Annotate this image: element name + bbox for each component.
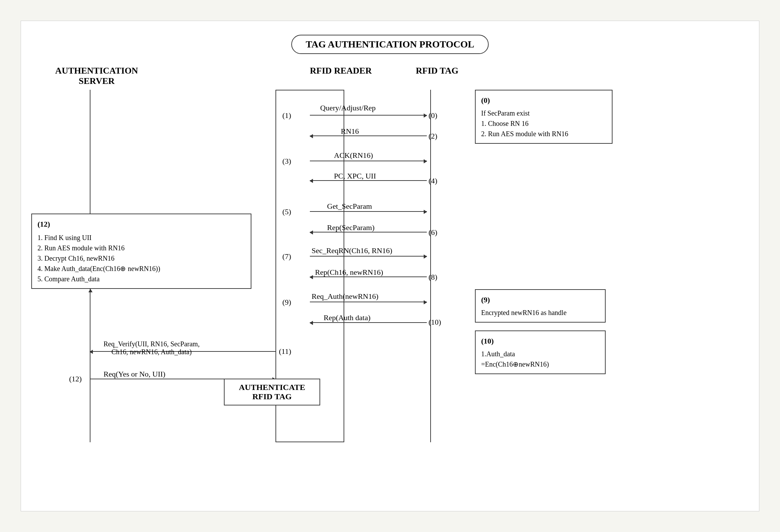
- step-1: (1): [282, 111, 291, 120]
- title-box: TAG AUTHENTICATION PROTOCOL: [291, 35, 489, 54]
- arrow-9: [310, 302, 427, 302]
- rfid-reader-header: RFID READER: [303, 66, 379, 76]
- step-6: (6): [429, 228, 437, 237]
- info-box-10: (10) 1.Auth_data =Enc(Ch16⊕newRN16): [475, 330, 606, 374]
- label-10: Rep(Auth data): [324, 313, 370, 322]
- label-8: Rep(Ch16, newRN16): [315, 268, 383, 277]
- info-box-12-line4: 4. Make Auth_data(Enc(Ch16⊕ newRN16)): [37, 263, 245, 274]
- rfid-tag-lifeline: [430, 90, 431, 442]
- info-box-12-line1: 1. Find K using UII: [37, 232, 245, 243]
- label-7: Sec_ReqRN(Ch16, RN16): [312, 246, 392, 255]
- step-12-left: (12): [69, 374, 82, 383]
- info-box-0-step: (0): [481, 95, 606, 106]
- info-box-10-line1: 1.Auth_data: [481, 349, 599, 359]
- info-box-0-line1: If SecParam exist: [481, 108, 606, 118]
- info-box-0-line3: 2. Run AES module with RN16: [481, 129, 606, 139]
- info-box-10-step: (10): [481, 335, 599, 347]
- label-3: ACK(RN16): [334, 151, 373, 160]
- info-box-9-step: (9): [481, 294, 599, 305]
- arrow-7: [310, 256, 427, 257]
- step-4: (4): [429, 176, 437, 185]
- label-1: Query/Adjust/Rep: [320, 104, 376, 112]
- authenticate-line2: RFID TAG: [230, 392, 314, 401]
- step-3: (3): [282, 157, 291, 166]
- step-8: (8): [429, 273, 437, 282]
- label-2: RN16: [341, 127, 359, 136]
- diagram-inner: TAG AUTHENTICATION PROTOCOL AUTHENTICATI…: [21, 21, 759, 511]
- auth-server-header: AUTHENTICATION SERVER: [48, 66, 145, 86]
- label-req-yes-no: Req(Yes or No, UII): [104, 370, 165, 379]
- step-7: (7): [282, 252, 291, 261]
- auth-server-vertical-up: [90, 289, 90, 351]
- info-box-12-line3: 3. Decrypt Ch16, newRN16: [37, 253, 245, 263]
- label-req-verify: Req_Verify(UII, RN16, SecParam, Ch16, ne…: [104, 340, 199, 356]
- info-box-9-line1: Encrypted newRN16 as handle: [481, 307, 599, 318]
- info-box-12-step: (12): [37, 218, 245, 230]
- arrow-1: [310, 115, 427, 116]
- step-10-right: (10): [429, 318, 441, 327]
- info-box-12: (12) 1. Find K using UII 2. Run AES modu…: [31, 214, 251, 289]
- info-box-0: (0) If SecParam exist 1. Choose RN 16 2.…: [475, 90, 613, 144]
- step-5: (5): [282, 207, 291, 216]
- arrow-5: [310, 211, 427, 212]
- step-2: (2): [429, 132, 437, 141]
- info-box-12-line2: 2. Run AES module with RN16: [37, 243, 245, 253]
- authenticate-line1: AUTHENTICATE: [230, 383, 314, 392]
- arrow-3: [310, 161, 427, 161]
- step-9: (9): [282, 298, 291, 307]
- info-box-10-line2: =Enc(Ch16⊕newRN16): [481, 359, 599, 369]
- info-box-9: (9) Encrypted newRN16 as handle: [475, 289, 606, 323]
- diagram-container: TAG AUTHENTICATION PROTOCOL AUTHENTICATI…: [21, 21, 759, 511]
- rfid-tag-header: RFID TAG: [403, 66, 472, 76]
- arrow-10: [310, 322, 427, 323]
- label-4: PC, XPC, UII: [334, 172, 376, 181]
- step-11: (11): [279, 347, 291, 356]
- label-9: Req_Auth(newRN16): [312, 292, 378, 301]
- step-0-right: (0): [429, 111, 437, 120]
- arrow-2: [310, 135, 427, 136]
- info-box-12-line5: 5. Compare Auth_data: [37, 274, 245, 284]
- info-box-0-line2: 1. Choose RN 16: [481, 118, 606, 129]
- authenticate-rfid-tag-box: AUTHENTICATE RFID TAG: [224, 379, 320, 405]
- label-6: Rep(SecParam): [327, 223, 375, 232]
- label-5: Get_SecParam: [327, 202, 372, 211]
